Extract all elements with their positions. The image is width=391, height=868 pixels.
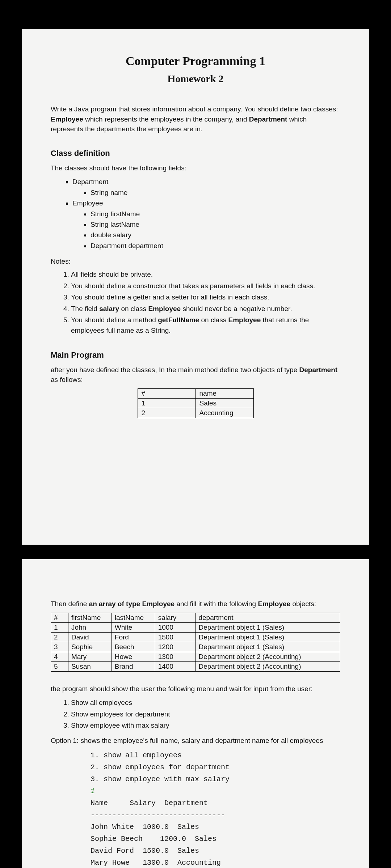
getfullname-bold: getFullName <box>158 316 199 324</box>
console-line: John White 1000.0 Sales <box>91 823 199 831</box>
table-row: 2DavidFord1500Department object 1 (Sales… <box>51 632 340 642</box>
fields-list: Department String name Employee String f… <box>51 176 340 251</box>
cell: 4 <box>51 652 68 661</box>
page2-lead: Then define an array of type Employee an… <box>51 599 340 609</box>
text: You should define a method <box>71 316 158 324</box>
cell: Beech <box>112 642 155 652</box>
list-item: You should define a constructor that tak… <box>71 281 340 291</box>
list-item: String firstName <box>91 209 340 219</box>
table-row: # name <box>138 388 253 398</box>
classdef-lead: The classes should have the following fi… <box>51 163 340 173</box>
department-bold: Department <box>299 366 338 374</box>
cell: Susan <box>68 661 112 671</box>
department-table: # name 1 Sales 2 Accounting <box>138 388 254 418</box>
doc-subtitle: Homework 2 <box>51 73 340 85</box>
employee-bold: Employee <box>51 115 83 123</box>
cell: David <box>68 632 112 642</box>
array-employee-bold: an array of type Employee <box>89 600 175 608</box>
cell: Accounting <box>196 408 253 418</box>
cell: Department object 1 (Sales) <box>196 632 340 642</box>
th: department <box>196 613 340 622</box>
employee-table: # firstName lastName salary department 1… <box>51 613 340 672</box>
text: The field <box>71 305 99 312</box>
console-line: 1. show all employees <box>91 751 182 760</box>
console-line: Sophie Beech 1200.0 Sales <box>91 835 216 843</box>
cell: Department object 2 (Accounting) <box>196 661 340 671</box>
cell: 1 <box>138 398 196 408</box>
cell: 1300 <box>155 652 196 661</box>
text: on class <box>199 316 228 324</box>
table-row: # firstName lastName salary department <box>51 613 340 622</box>
table-row: 5SusanBrand1400Department object 2 (Acco… <box>51 661 340 671</box>
field-employee: Employee <box>72 199 103 207</box>
heading-class-definition: Class definition <box>51 149 340 158</box>
menu-list: Show all employees Show employees for de… <box>51 697 340 731</box>
th: lastName <box>112 613 155 622</box>
text: on class <box>119 305 148 312</box>
cell: White <box>112 622 155 632</box>
console-line: Name Salary Department <box>91 799 208 807</box>
console-output: 1. show all employees 2. show employees … <box>91 749 340 868</box>
salary-bold: salary <box>99 305 119 312</box>
cell: Sophie <box>68 642 112 652</box>
cell: Department object 1 (Sales) <box>196 622 340 632</box>
th: salary <box>155 613 196 622</box>
console-user-input: 1 <box>91 787 95 795</box>
table-row: 4MaryHowe1300Department object 2 (Accoun… <box>51 652 340 661</box>
list-item: All fields should be private. <box>71 269 340 280</box>
table-row: 1 Sales <box>138 398 253 408</box>
cell: 1000 <box>155 622 196 632</box>
text: and fill it with the following <box>175 600 258 608</box>
table-row: 1JohnWhite1000Department object 1 (Sales… <box>51 622 340 632</box>
department-bold: Department <box>249 115 287 123</box>
cell: 5 <box>51 661 68 671</box>
employee-bold: Employee <box>228 316 261 324</box>
employee-fields: String firstName String lastName double … <box>72 209 340 251</box>
employee-bold: Employee <box>148 305 181 312</box>
console-line: David Ford 1500.0 Sales <box>91 847 199 855</box>
text: as follows: <box>51 376 83 383</box>
th-name: name <box>196 388 253 398</box>
console-line: ------------------------------- <box>91 811 225 819</box>
cell: Brand <box>112 661 155 671</box>
list-item: Show employee with max salary <box>71 720 340 731</box>
main-lead: after you have defined the classes, In t… <box>51 365 340 385</box>
page-1: Computer Programming 1 Homework 2 Write … <box>22 29 369 545</box>
cell: 3 <box>51 642 68 652</box>
text: after you have defined the classes, In t… <box>51 366 299 374</box>
cell: Sales <box>196 398 253 408</box>
employee-bold: Employee <box>258 600 290 608</box>
th: firstName <box>68 613 112 622</box>
text: which represents the employees in the co… <box>83 115 249 123</box>
list-item: Department department <box>91 241 340 251</box>
cell: 1400 <box>155 661 196 671</box>
table-row: 2 Accounting <box>138 408 253 418</box>
field-department: Department <box>72 178 108 186</box>
menu-lead: the program should show the user the fol… <box>51 684 340 694</box>
list-item: Show all employees <box>71 697 340 708</box>
intro-paragraph: Write a Java program that stores informa… <box>51 104 340 134</box>
table-row: 3SophieBeech1200Department object 1 (Sal… <box>51 642 340 652</box>
page-bottom-space <box>51 418 340 519</box>
notes-list: All fields should be private. You should… <box>51 269 340 336</box>
list-item: You should define a getter and a setter … <box>71 292 340 302</box>
cell: 1 <box>51 622 68 632</box>
list-item: You should define a method getFullName o… <box>71 315 340 336</box>
page-2: Then define an array of type Employee an… <box>22 559 369 868</box>
console-line: 2. show employees for department <box>91 763 230 771</box>
option1-desc: Option 1: shows the employee's full name… <box>51 736 340 746</box>
list-item: Show employees for department <box>71 709 340 719</box>
heading-main-program: Main Program <box>51 350 340 360</box>
cell: 1200 <box>155 642 196 652</box>
cell: Department object 2 (Accounting) <box>196 652 340 661</box>
text: should never be a negative number. <box>181 305 292 312</box>
notes-label: Notes: <box>51 258 340 265</box>
cell: Mary <box>68 652 112 661</box>
cell: John <box>68 622 112 632</box>
doc-title: Computer Programming 1 <box>51 54 340 68</box>
list-item: Department String name <box>72 176 340 198</box>
th-num: # <box>138 388 196 398</box>
list-item: double salary <box>91 230 340 240</box>
cell: 2 <box>138 408 196 418</box>
list-item: Employee String firstName String lastNam… <box>72 198 340 251</box>
